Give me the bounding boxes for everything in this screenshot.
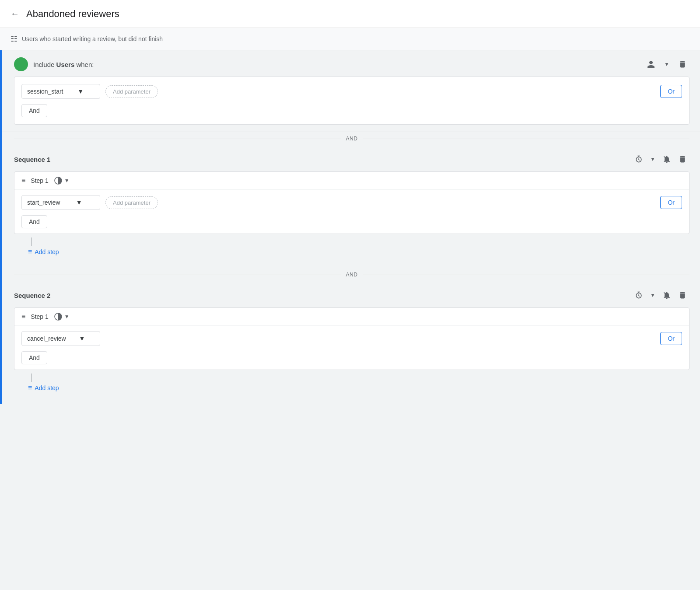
and-line-left-2 <box>14 275 341 275</box>
and-btn-row-seq2: And <box>21 351 682 364</box>
top-bar: ← Abandoned reviewers <box>0 0 700 28</box>
sequence-2-step-card: ≡ Step 1 ▼ cancel_review ▼ Or <box>14 307 690 370</box>
dropdown-arrow-icon: ▼ <box>66 88 94 95</box>
sequence-1-step-header: ≡ Step 1 ▼ <box>14 172 689 190</box>
sequence-2-step-body: cancel_review ▼ Or And <box>14 326 689 370</box>
cancel-review-select[interactable]: cancel_review ▼ <box>21 331 100 346</box>
sequence-1-step-card: ≡ Step 1 ▼ start_review ▼ Add paramet <box>14 171 690 234</box>
sequence-1-delete-button[interactable] <box>676 152 690 166</box>
sequence-2-delete-button[interactable] <box>676 288 690 302</box>
and-divider-2: AND <box>0 268 700 281</box>
sequence-2-notification-button[interactable] <box>660 288 674 302</box>
add-step-btn-seq2[interactable]: ≡ Add step <box>28 382 59 394</box>
chevron-down-icon-seq2: ▼ <box>650 292 655 298</box>
sequence-1-timer-button[interactable] <box>632 152 646 166</box>
and-button-include[interactable]: And <box>21 104 47 117</box>
add-step-label-seq2: Add step <box>35 384 59 391</box>
start-review-row: start_review ▼ Add parameter Or <box>21 195 682 210</box>
include-header-right: ▼ <box>644 57 690 71</box>
main-content: Include Users when: ▼ session_start ▼ <box>0 50 700 404</box>
and-line-right-1 <box>363 139 690 139</box>
chevron-down-icon: ▼ <box>664 61 669 67</box>
and-line-left-1 <box>14 139 341 139</box>
and-btn-row-seq1: And <box>21 215 682 228</box>
add-step-icon-seq2: ≡ <box>28 384 32 392</box>
session-start-select[interactable]: session_start ▼ <box>21 84 100 99</box>
lines-icon-seq1: ≡ <box>21 177 25 185</box>
and-btn-seq1[interactable]: And <box>21 215 47 228</box>
sequence-2-step-header: ≡ Step 1 ▼ <box>14 308 689 326</box>
dropdown-arrow-seq2: ▼ <box>70 335 94 342</box>
and-btn-seq2[interactable]: And <box>21 351 47 364</box>
add-param-button-include[interactable]: Add parameter <box>105 85 158 98</box>
and-label-2: AND <box>341 272 363 278</box>
add-step-label-seq1: Add step <box>35 248 59 255</box>
sequence-1-header: Sequence 1 ▼ <box>14 152 690 166</box>
dropdown-arrow-seq1: ▼ <box>63 199 94 206</box>
delete-include-button[interactable] <box>676 57 690 71</box>
sequence-2-step-scope-btn[interactable]: ▼ <box>54 312 70 321</box>
sequence-1-step-body: start_review ▼ Add parameter Or And <box>14 190 689 234</box>
sequence-1-section: Sequence 1 ▼ ≡ Step 1 <box>0 145 700 268</box>
or-btn-seq1[interactable]: Or <box>660 196 682 209</box>
sequence-2-timer-button[interactable] <box>632 288 646 302</box>
description-text: Users who started writing a review, but … <box>22 35 163 42</box>
sequence-2-section: Sequence 2 ▼ ≡ Step 1 <box>0 281 700 404</box>
sequence-1-notification-button[interactable] <box>660 152 674 166</box>
add-step-btn-seq1[interactable]: ≡ Add step <box>28 246 59 258</box>
sequence-2-timer-dropdown[interactable]: ▼ <box>648 290 658 301</box>
session-start-label: session_start <box>27 88 63 95</box>
document-icon: ☷ <box>10 34 18 44</box>
sequence-1-step-label: Step 1 <box>31 177 48 184</box>
cancel-review-row: cancel_review ▼ Or <box>21 331 682 346</box>
user-dropdown-button[interactable]: ▼ <box>662 59 672 70</box>
lines-icon-seq2: ≡ <box>21 313 25 321</box>
sequence-2-header-right: ▼ <box>632 288 690 302</box>
add-step-line-2 <box>32 374 32 382</box>
sequence-1-step-scope-btn[interactable]: ▼ <box>54 176 70 185</box>
sequence-1-header-right: ▼ <box>632 152 690 166</box>
green-dot-indicator <box>14 57 28 71</box>
or-btn-seq2[interactable]: Or <box>660 332 682 345</box>
sequence-2-step-label: Step 1 <box>31 313 48 320</box>
and-line-right-2 <box>363 275 690 275</box>
and-divider-1: AND <box>0 132 700 145</box>
page-title: Abandoned reviewers <box>26 8 119 20</box>
include-label: Include Users when: <box>33 61 94 68</box>
sequence-2-title: Sequence 2 <box>14 292 50 299</box>
include-header-left: Include Users when: <box>14 57 94 71</box>
and-button-row-include: And <box>21 104 682 117</box>
include-header: Include Users when: ▼ <box>14 57 690 71</box>
include-card: session_start ▼ Add parameter Or And <box>14 77 690 125</box>
cancel-review-label: cancel_review <box>27 335 66 342</box>
sequence-1-add-step-area: ≡ Add step <box>14 234 690 261</box>
chevron-down-icon-seq1: ▼ <box>650 156 655 162</box>
start-review-select[interactable]: start_review ▼ <box>21 195 100 210</box>
user-icon-button[interactable] <box>644 57 658 71</box>
chevron-step-scope-icon-seq2: ▼ <box>64 314 70 320</box>
add-param-seq1[interactable]: Add parameter <box>105 196 158 209</box>
add-step-line-1 <box>32 237 32 246</box>
add-step-icon-seq1: ≡ <box>28 248 32 256</box>
sequence-2-add-step-area: ≡ Add step <box>14 370 690 397</box>
sequence-1-timer-dropdown[interactable]: ▼ <box>648 154 658 165</box>
or-button-include[interactable]: Or <box>660 85 682 98</box>
back-button[interactable]: ← <box>10 9 19 19</box>
and-label-1: AND <box>341 136 363 142</box>
session-start-row: session_start ▼ Add parameter Or <box>21 84 682 99</box>
sequence-1-title: Sequence 1 <box>14 156 50 163</box>
include-section: Include Users when: ▼ session_start ▼ <box>0 50 700 132</box>
chevron-step-scope-icon: ▼ <box>64 178 70 184</box>
description-bar: ☷ Users who started writing a review, bu… <box>0 28 700 50</box>
start-review-label: start_review <box>27 199 60 206</box>
sequence-2-header: Sequence 2 ▼ <box>14 288 690 302</box>
